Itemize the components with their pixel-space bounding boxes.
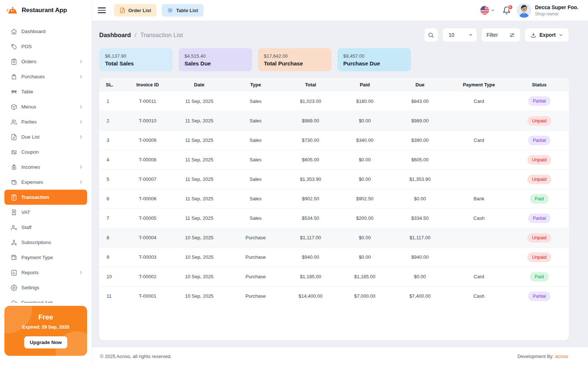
order-list-button[interactable]: Order List: [114, 4, 157, 17]
sidebar-item-parties[interactable]: Parties: [4, 114, 87, 129]
status-cell: Unpaid: [510, 228, 569, 247]
page-title: Transaction List: [140, 32, 183, 38]
summary-card-purchase-due: $9,457.00Purchase Due: [337, 48, 411, 71]
summary-amount: $9,457.00: [343, 53, 405, 59]
breadcrumb: Dashboard / Transaction List: [99, 32, 183, 39]
acnoo-link[interactable]: acnoo: [555, 354, 568, 359]
due-cell: $390.00: [392, 130, 448, 150]
total-cell: $1,117.00: [283, 228, 338, 247]
notifications-bell-icon[interactable]: 0: [502, 6, 511, 15]
package-icon: [11, 104, 17, 110]
sidebar-item-label: Settings: [21, 285, 39, 290]
summary-amount: $4,515.40: [184, 53, 246, 59]
type-cell: Sales: [228, 111, 283, 130]
total-cell: $989.00: [283, 111, 338, 130]
copyright-text: © 2025 Acnoo, all rights reserved.: [100, 354, 172, 359]
sidebar-item-staff[interactable]: Staff: [4, 220, 87, 235]
sidebar-item-due-list[interactable]: Due List: [4, 129, 87, 144]
language-selector[interactable]: [480, 6, 495, 15]
caret-down-icon: [469, 34, 472, 36]
page-content: Dashboard / Transaction List 10: [92, 21, 588, 347]
sidebar-item-label: Dashboard: [21, 29, 46, 34]
brand-name: Restaurant App: [22, 7, 67, 14]
profile-menu[interactable]: Decca Super Foo. Shop-owner: [517, 3, 578, 18]
status-cell: Partial: [510, 208, 569, 228]
payment-type-cell: Bank: [448, 189, 510, 208]
paid-cell: $180.00: [338, 92, 392, 111]
sidebar-item-pos[interactable]: POS: [4, 39, 87, 54]
gear-icon: [11, 285, 17, 291]
sidebar-item-reports[interactable]: Reports: [4, 265, 87, 280]
date-cell: 10 Sep, 2025: [171, 228, 228, 247]
sidebar-item-purchases[interactable]: Purchases: [4, 69, 87, 84]
money-bag-icon: [11, 164, 17, 171]
hamburger-menu-icon[interactable]: [98, 7, 106, 13]
sidebar-item-coupon[interactable]: Coupon: [4, 144, 87, 160]
table-row-t-00009: 3T-0000911 Sep, 2025Sales$730.00$340.00$…: [99, 130, 569, 150]
sidebar-item-expenses[interactable]: Expenses: [4, 175, 87, 190]
staff-icon: [11, 224, 17, 231]
status-cell: Partial: [510, 286, 569, 306]
sidebar-item-label: Payment Type: [21, 255, 53, 260]
chevron-right-icon: [79, 119, 83, 124]
sidebar-item-payment-type[interactable]: Payment Type: [4, 250, 87, 265]
type-cell: Sales: [228, 130, 283, 150]
sidebar-item-dashboard[interactable]: Dashboard: [4, 24, 87, 39]
sidebar-item-label: POS: [21, 44, 32, 49]
export-button[interactable]: Export: [525, 28, 569, 42]
upgrade-now-button[interactable]: Upgrade Now: [24, 336, 67, 348]
invoice-cell: T-00005: [125, 208, 171, 228]
table-row-t-00005: 7T-0000511 Sep, 2025Sales$534.50$200.00$…: [99, 208, 569, 228]
sidebar-item-orders[interactable]: Orders: [4, 54, 87, 69]
sidebar-item-subscriptions[interactable]: Subscriptions: [4, 235, 87, 250]
column-header-paid: Paid: [338, 78, 392, 92]
sl-cell: 3: [99, 130, 125, 150]
brand[interactable]: Restaurant App: [0, 0, 92, 21]
download-icon: [530, 32, 537, 38]
status-badge: Unpaid: [527, 175, 552, 184]
sidebar-item-label: Incomes: [21, 164, 40, 170]
date-cell: 11 Sep, 2025: [171, 169, 228, 189]
sidebar-item-incomes[interactable]: Incomes: [4, 160, 87, 175]
sidebar-item-settings[interactable]: Settings: [4, 280, 87, 295]
table-row-t-00001: 11T-0000110 Sep, 2025Purchase$14,400.00$…: [99, 286, 569, 306]
sidebar-item-vat[interactable]: VAT: [4, 205, 87, 220]
restaurant-logo-icon: [6, 5, 18, 16]
sidebar-item-menus[interactable]: Menus: [4, 99, 87, 114]
table-controls: 10 Filter Export: [424, 28, 569, 42]
paid-cell: $1,185.00: [338, 267, 392, 286]
sl-cell: 7: [99, 208, 125, 228]
order-document-icon: [119, 7, 125, 13]
status-badge: Paid: [530, 194, 549, 204]
sidebar-item-label: Reports: [21, 270, 39, 275]
sl-cell: 4: [99, 150, 125, 169]
column-header-invoice-id: Invoice ID: [125, 78, 171, 92]
due-cell: $843.00: [392, 92, 448, 111]
status-badge: Unpaid: [527, 253, 552, 262]
paid-cell: $0.00: [338, 228, 392, 247]
receipt-icon: [11, 209, 17, 216]
breadcrumb-dashboard-link[interactable]: Dashboard: [99, 32, 131, 38]
sl-cell: 9: [99, 247, 125, 267]
sidebar-item-label: Purchases: [21, 74, 45, 79]
invoice-cell: T-00011: [125, 92, 171, 111]
sidebar-item-transaction[interactable]: Transaction: [4, 190, 87, 205]
per-page-select[interactable]: 10: [442, 28, 477, 42]
sidebar-item-download-apk[interactable]: Download Apk: [4, 295, 87, 303]
column-header-type: Type: [228, 78, 283, 92]
sidebar-item-table[interactable]: Table: [4, 84, 87, 99]
bar-chart-icon: [11, 269, 17, 276]
sidebar-item-label: Due List: [21, 134, 40, 140]
filter-button[interactable]: Filter: [481, 28, 520, 42]
paid-cell: $902.50: [338, 189, 392, 208]
table-list-button[interactable]: Table List: [162, 4, 204, 17]
page-head: Dashboard / Transaction List 10: [99, 28, 569, 42]
sidebar-item-label: Transaction: [21, 194, 49, 200]
type-cell: Sales: [228, 150, 283, 169]
search-button[interactable]: [424, 28, 438, 42]
date-cell: 10 Sep, 2025: [171, 286, 228, 306]
payment-type-icon: [11, 254, 17, 261]
summary-amount: $6,137.90: [105, 53, 167, 59]
column-header-payment-type: Payment Type: [448, 78, 510, 92]
user-name: Decca Super Foo.: [535, 4, 578, 10]
